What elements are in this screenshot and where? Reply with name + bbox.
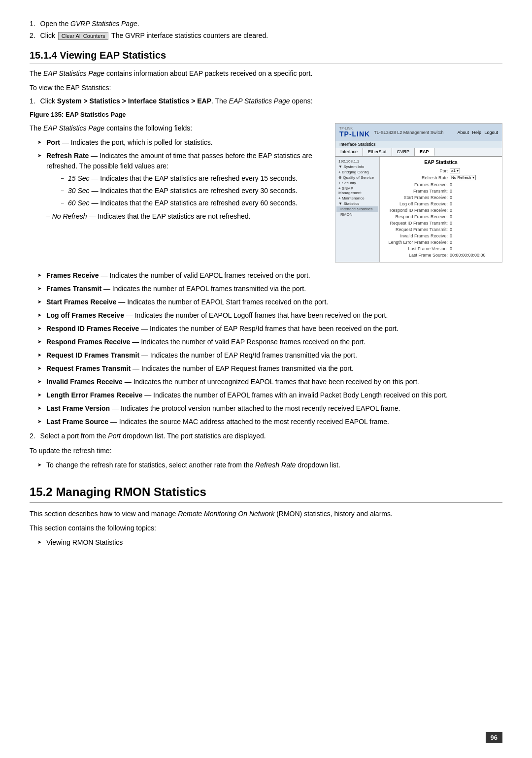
refresh-rate-select[interactable]: No Refresh ▾ xyxy=(450,175,476,180)
remaining-bullets: Frames Receive — Indicates the number of… xyxy=(39,270,502,427)
bullet-request-id: Request ID Frames Transmit — Indicates t… xyxy=(39,350,502,361)
view-steps: 1. Click System > Statistics > Interface… xyxy=(30,97,502,105)
tp-logo: TP-LINK xyxy=(339,130,370,138)
section-154-heading: 15.1.4 Viewing EAP Statistics xyxy=(30,50,502,64)
tp-field-refresh: Refresh Rate No Refresh ▾ xyxy=(384,175,498,180)
tp-respond-id: Respond ID Frames Receive:0 xyxy=(384,208,498,213)
tp-header: TP-LINK TP-LINK TL-SL3428 L2 Management … xyxy=(335,124,502,141)
bullet-respond-frames: Respond Frames Receive — Indicates the n… xyxy=(39,337,502,347)
page-number: 96 xyxy=(486,732,502,743)
sidebar-bridging[interactable]: + Bridging Config xyxy=(336,169,378,175)
tp-model: TL-SL3428 L2 Management Switch xyxy=(374,130,453,135)
intro-italic: EAP Statistics Page xyxy=(43,69,104,77)
bullet-frames-receive: Frames Receive — Indicates the number of… xyxy=(39,270,502,281)
sidebar-snmp[interactable]: + SNMP Management xyxy=(336,186,378,196)
tp-field-port: Port a1 ▾ xyxy=(384,168,498,173)
tp-length-error: Length Error Frames Receive:0 xyxy=(384,240,498,245)
field-bullets: Port — Indicates the port, which is poll… xyxy=(39,137,325,208)
sub-15sec: 15 Sec — Indicates that the EAP statisti… xyxy=(61,173,325,184)
tp-last-source: Last Frame Source:00:00:00:00:00:00 xyxy=(384,253,498,258)
sidebar-qos[interactable]: ⊕ Quality of Service xyxy=(336,175,378,180)
tp-nav-left: Interface Statistics xyxy=(339,142,376,147)
intro-step-2: 2. Click Clear All Counters The GVRP int… xyxy=(30,32,502,40)
sidebar-rmon[interactable]: RMON xyxy=(336,212,378,217)
sidebar-statistics[interactable]: ▼ Statistics xyxy=(336,201,378,206)
update-refresh-label: To update the refresh time: xyxy=(30,446,502,456)
tab-gvrp[interactable]: GVRP xyxy=(392,148,415,156)
topic-rmon-stats: Viewing RMON Statistics xyxy=(39,537,502,548)
tp-frames-transmit: Frames Transmit:0 xyxy=(384,189,498,194)
vs1-suffix: . The xyxy=(211,97,229,105)
step1-italic: GVRP Statistics Page xyxy=(70,20,137,28)
sidebar-maintenance[interactable]: + Maintenance xyxy=(336,196,378,201)
tp-body: 192.168.1.1 ▼ System Info + Bridging Con… xyxy=(335,157,502,262)
to-view-label: To view the EAP Statistics: xyxy=(30,83,502,93)
vs1-prefix: Click xyxy=(40,97,57,105)
help-link[interactable]: Help xyxy=(472,130,481,135)
intro-prefix: The xyxy=(30,69,43,77)
step-select-port: 2. Select a port from the Port dropdown … xyxy=(30,432,502,440)
bullet-port: Port — Indicates the port, which is poll… xyxy=(39,137,325,148)
tp-start-frames: Start Frames Receive:0 xyxy=(384,195,498,200)
vs1-end: opens: xyxy=(290,97,313,105)
figure-label: Figure 135: EAP Statistics Page xyxy=(30,111,502,118)
sidebar-security[interactable]: + Security xyxy=(336,180,378,186)
tp-nav-links: About Help Logout xyxy=(457,130,498,135)
sidebar-ip: 192.168.1.1 xyxy=(336,159,378,164)
vs1-italic: EAP Statistics Page xyxy=(229,97,290,105)
view-step-1: 1. Click System > Statistics > Interface… xyxy=(30,97,502,105)
about-link[interactable]: About xyxy=(457,130,469,135)
tp-sidebar: 192.168.1.1 ▼ System Info + Bridging Con… xyxy=(335,157,380,262)
bullet-refresh-rate: Refresh Rate — Indicates the amount of t… xyxy=(39,151,325,208)
tp-tabs: Interface EtherStat GVRP EAP xyxy=(335,148,502,157)
bullet-last-source: Last Frame Source — Indicates the source… xyxy=(39,417,502,427)
sidebar-interface-stats[interactable]: Interface Statistics xyxy=(336,206,378,212)
section-152-heading: 15.2 Managing RMON Statistics xyxy=(30,485,502,503)
tp-section-title: EAP Statistics xyxy=(384,160,498,165)
tp-nav-bar: Interface Statistics xyxy=(335,141,502,148)
tab-interface[interactable]: Interface xyxy=(335,148,363,156)
tplink-screenshot: TP-LINK TP-LINK TL-SL3428 L2 Management … xyxy=(335,123,502,263)
figure-text-left: The EAP Statistics Page contains the fol… xyxy=(30,123,325,225)
step1-end: . xyxy=(137,20,139,28)
page-content: 1. Open the GVRP Statistics Page. 2. Cli… xyxy=(30,20,502,548)
tp-request-frames: Request Frames Transmit:0 xyxy=(384,227,498,232)
tp-logoff-frames: Log off Frames Receive:0 xyxy=(384,201,498,206)
vs1-bold: System > Statistics > Interface Statisti… xyxy=(57,97,211,105)
step-2-select: 2. Select a port from the Port dropdown … xyxy=(30,432,502,440)
tab-etherstat[interactable]: EtherStat xyxy=(363,148,392,156)
bullet-start-frames: Start Frames Receive — Indicates the num… xyxy=(39,297,502,307)
intro-suffix: contains information about EAP packets r… xyxy=(104,69,312,77)
section-152-intro1: This section describes how to view and m… xyxy=(30,509,502,519)
bullet-frames-transmit: Frames Transmit — Indicates the number o… xyxy=(39,284,502,294)
tab-eap[interactable]: EAP xyxy=(415,148,434,156)
intro-step-1: 1. Open the GVRP Statistics Page. xyxy=(30,20,502,28)
intro-steps: 1. Open the GVRP Statistics Page. 2. Cli… xyxy=(30,20,502,40)
step2-prefix: Click xyxy=(40,32,55,39)
sub-30sec: 30 Sec — Indicates that the EAP statisti… xyxy=(61,186,325,196)
port-select[interactable]: a1 ▾ xyxy=(450,168,460,173)
refresh-sub-bullets: 15 Sec — Indicates that the EAP statisti… xyxy=(61,173,325,208)
tp-logo-area: TP-LINK TP-LINK xyxy=(339,127,370,138)
tp-frames-receive: Frames Receive:0 xyxy=(384,182,498,187)
contains-following-text: The EAP Statistics Page contains the fol… xyxy=(30,123,325,133)
sidebar-sysinfo[interactable]: ▼ System Info xyxy=(336,164,378,169)
sub-60sec: 60 Sec — Indicates that the EAP statisti… xyxy=(61,198,325,208)
logout-link[interactable]: Logout xyxy=(484,130,498,135)
section-152-topics: Viewing RMON Statistics xyxy=(39,537,502,548)
tp-stats-fields: Frames Receive:0 Frames Transmit:0 Start… xyxy=(384,182,498,258)
step2-suffix: The GVRP interface statistics counters a… xyxy=(111,32,268,39)
bullet-logoff-frames: Log off Frames Receive — Indicates the n… xyxy=(39,310,502,321)
tp-main: EAP Statistics Port a1 ▾ Refresh Rate No… xyxy=(380,157,502,262)
tp-request-id: Request ID Frames Transmit:0 xyxy=(384,221,498,226)
tp-respond-frames: Respond Frames Receive:0 xyxy=(384,214,498,219)
bullet-invalid-frames: Invalid Frames Receive — Indicates the n… xyxy=(39,377,502,387)
bullet-request-frames: Request Frames Transmit — Indicates the … xyxy=(39,363,502,374)
bullet-length-error: Length Error Frames Receive — Indicates … xyxy=(39,390,502,400)
bullet-respond-id: Respond ID Frames Receive — Indicates th… xyxy=(39,324,502,334)
figure-area: The EAP Statistics Page contains the fol… xyxy=(30,123,502,263)
no-refresh-note: – No Refresh — Indicates that the EAP st… xyxy=(46,211,325,222)
clear-all-counters-button[interactable]: Clear All Counters xyxy=(58,32,109,40)
refresh-rate-bullet: To change the refresh rate for statistic… xyxy=(39,460,502,470)
bullet-refresh-rate-change: To change the refresh rate for statistic… xyxy=(39,460,502,470)
